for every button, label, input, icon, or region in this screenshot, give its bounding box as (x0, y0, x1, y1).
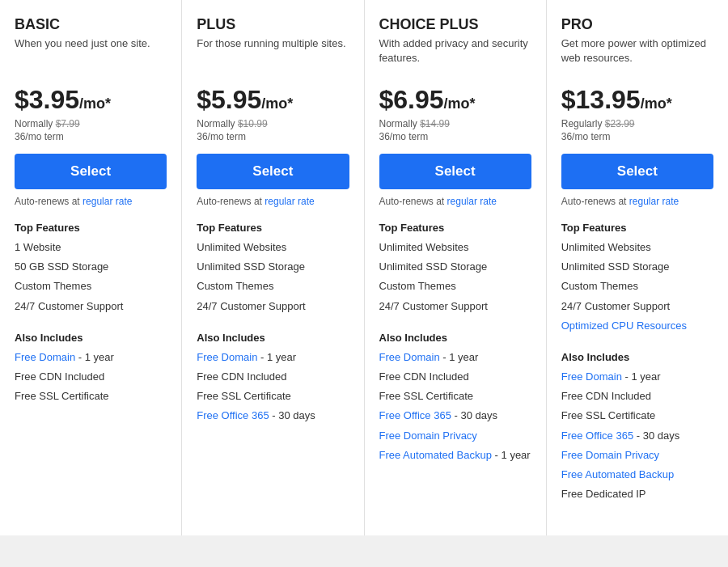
top-feature-item-plus-0: Unlimited Websites (197, 240, 349, 255)
top-features-title-basic: Top Features (15, 222, 167, 234)
auto-renew-choice-plus: Auto-renews at regular rate (379, 196, 531, 207)
plan-term-plus: 36/mo term (197, 131, 349, 142)
select-button-choice-plus[interactable]: Select (379, 154, 531, 189)
plan-price-basic: $3.95/mo* (15, 85, 167, 115)
plan-name-choice-plus: CHOICE PLUS (379, 16, 531, 33)
also-includes-item-plus-2: Free SSL Certificate (197, 389, 349, 404)
also-includes-item-pro-1: Free CDN Included (561, 389, 713, 404)
also-includes-item-plus-1: Free CDN Included (197, 370, 349, 384)
also-includes-item-choice-plus-2: Free SSL Certificate (379, 389, 531, 404)
top-features-list-choice-plus: Unlimited WebsitesUnlimited SSD StorageC… (379, 240, 531, 319)
feature-link-plus-1: Unlimited (197, 260, 240, 273)
plan-card-choice-plus: CHOICE PLUSWith added privacy and securi… (365, 0, 547, 535)
also-includes-list-basic: Free Domain - 1 yearFree CDN IncludedFre… (15, 350, 167, 409)
top-feature-item-choice-plus-3: 24/7 Customer Support (379, 299, 531, 314)
plan-term-basic: 36/mo term (15, 131, 167, 142)
top-feature-item-basic-0: 1 Website (15, 240, 167, 255)
also-includes-item-pro-0: Free Domain - 1 year (561, 370, 713, 384)
top-features-list-pro: Unlimited WebsitesUnlimited SSD StorageC… (561, 240, 713, 338)
plan-price-plus: $5.95/mo* (197, 85, 349, 115)
also-includes-list-choice-plus: Free Domain - 1 yearFree CDN IncludedFre… (379, 350, 531, 468)
top-feature-item-pro-3: 24/7 Customer Support (561, 299, 713, 314)
also-includes-title-plus: Also Includes (197, 332, 349, 344)
also-includes-item-pro-3: Free Office 365 - 30 days (561, 429, 713, 443)
plan-card-plus: PLUSFor those running multiple sites.$5.… (182, 0, 364, 535)
also-includes-item-pro-4: Free Domain Privacy (561, 448, 713, 463)
regular-rate-link-pro[interactable]: regular rate (629, 196, 679, 207)
select-button-plus[interactable]: Select (197, 154, 349, 189)
regular-rate-link-choice-plus[interactable]: regular rate (447, 196, 497, 207)
plan-card-basic: BASICWhen you need just one site.$3.95/m… (0, 0, 182, 535)
top-features-title-choice-plus: Top Features (379, 222, 531, 234)
plan-tagline-plus: For those running multiple sites. (197, 36, 349, 75)
plan-price-choice-plus: $6.95/mo* (379, 85, 531, 115)
also-includes-item-pro-2: Free SSL Certificate (561, 408, 713, 423)
top-features-title-pro: Top Features (561, 222, 713, 234)
regular-rate-link-basic[interactable]: regular rate (83, 196, 132, 207)
feature-link-plus-0: Unlimited (197, 241, 240, 253)
select-button-pro[interactable]: Select (561, 154, 713, 189)
top-features-list-plus: Unlimited WebsitesUnlimited SSD StorageC… (197, 240, 349, 319)
also-includes-list-plus: Free Domain - 1 yearFree CDN IncludedFre… (197, 350, 349, 429)
plan-name-basic: BASIC (15, 16, 167, 33)
top-feature-item-choice-plus-0: Unlimited Websites (379, 240, 531, 255)
also-includes-item-pro-6: Free Dedicated IP (561, 487, 713, 501)
also-includes-title-basic: Also Includes (15, 332, 167, 344)
top-feature-item-pro-1: Unlimited SSD Storage (561, 260, 713, 274)
also-includes-item-choice-plus-1: Free CDN Included (379, 370, 531, 384)
plan-tagline-choice-plus: With added privacy and security features… (379, 36, 531, 75)
also-includes-title-pro: Also Includes (561, 351, 713, 363)
top-feature-item-pro-0: Unlimited Websites (561, 240, 713, 255)
also-includes-item-basic-2: Free SSL Certificate (15, 389, 167, 404)
plan-name-pro: PRO (561, 16, 713, 33)
plan-tagline-basic: When you need just one site. (15, 36, 167, 75)
plan-card-pro: PROGet more power with optimized web res… (547, 0, 728, 535)
also-includes-item-basic-0: Free Domain - 1 year (15, 350, 167, 365)
top-feature-item-plus-2: Custom Themes (197, 279, 349, 294)
plan-normally-choice-plus: Normally $14.99 (379, 118, 531, 129)
top-features-list-basic: 1 Website50 GB SSD StorageCustom Themes2… (15, 240, 167, 319)
plan-term-pro: 36/mo term (561, 131, 713, 142)
top-feature-item-pro-4: Optimized CPU Resources (561, 319, 713, 333)
plan-name-plus: PLUS (197, 16, 349, 33)
also-includes-item-plus-3: Free Office 365 - 30 days (197, 408, 349, 423)
top-feature-item-choice-plus-1: Unlimited SSD Storage (379, 260, 531, 274)
feature-link-pro-0: Unlimited (561, 241, 605, 253)
plan-tagline-pro: Get more power with optimized web resour… (561, 36, 713, 75)
top-feature-item-basic-1: 50 GB SSD Storage (15, 260, 167, 274)
plan-normally-plus: Normally $10.99 (197, 118, 349, 129)
plan-price-pro: $13.95/mo* (561, 85, 713, 115)
also-includes-item-basic-1: Free CDN Included (15, 370, 167, 384)
select-button-basic[interactable]: Select (15, 154, 167, 189)
also-includes-item-choice-plus-3: Free Office 365 - 30 days (379, 408, 531, 423)
also-includes-item-pro-5: Free Automated Backup (561, 468, 713, 482)
feature-link-choice-plus-1: Unlimited (379, 260, 423, 273)
also-includes-item-plus-0: Free Domain - 1 year (197, 350, 349, 365)
top-features-title-plus: Top Features (197, 222, 349, 234)
plan-term-choice-plus: 36/mo term (379, 131, 531, 142)
also-includes-title-choice-plus: Also Includes (379, 332, 531, 344)
also-includes-list-pro: Free Domain - 1 yearFree CDN IncludedFre… (561, 370, 713, 506)
auto-renew-basic: Auto-renews at regular rate (15, 196, 167, 207)
auto-renew-pro: Auto-renews at regular rate (561, 196, 713, 207)
auto-renew-plus: Auto-renews at regular rate (197, 196, 349, 207)
top-feature-item-basic-3: 24/7 Customer Support (15, 299, 167, 314)
top-feature-item-plus-3: 24/7 Customer Support (197, 299, 349, 314)
plan-normally-pro: Regularly $23.99 (561, 118, 713, 129)
top-feature-item-choice-plus-2: Custom Themes (379, 279, 531, 294)
plan-normally-basic: Normally $7.99 (15, 118, 167, 129)
also-includes-item-choice-plus-4: Free Domain Privacy (379, 429, 531, 443)
also-includes-item-choice-plus-0: Free Domain - 1 year (379, 350, 531, 365)
feature-link-pro-1: Unlimited (561, 260, 605, 273)
feature-link-choice-plus-0: Unlimited (379, 241, 423, 253)
top-feature-item-basic-2: Custom Themes (15, 279, 167, 294)
also-includes-item-choice-plus-5: Free Automated Backup - 1 year (379, 448, 531, 463)
regular-rate-link-plus[interactable]: regular rate (265, 196, 314, 207)
top-feature-item-pro-2: Custom Themes (561, 279, 713, 294)
pricing-container: BASICWhen you need just one site.$3.95/m… (0, 0, 728, 535)
top-feature-item-plus-1: Unlimited SSD Storage (197, 260, 349, 274)
